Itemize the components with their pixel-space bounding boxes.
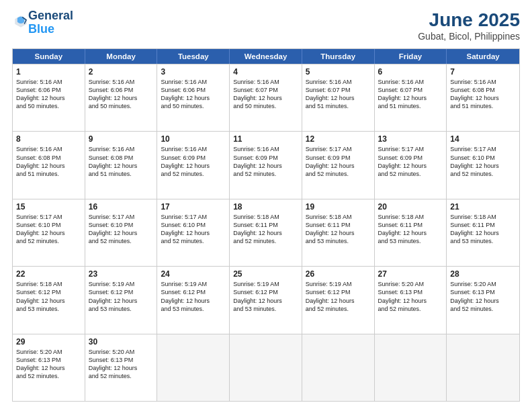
cell-empty-2 xyxy=(230,334,302,401)
cell-15: 15 Sunrise: 5:17 AMSunset: 6:10 PMDaylig… xyxy=(13,199,85,266)
calendar-title: June 2025 xyxy=(418,9,520,31)
week-row-5: 29 Sunrise: 5:20 AMSunset: 6:13 PMDaylig… xyxy=(13,334,519,401)
cell-11: 11 Sunrise: 5:16 AMSunset: 6:09 PMDaylig… xyxy=(230,132,302,198)
cell-22: 22 Sunrise: 5:18 AMSunset: 6:12 PMDaylig… xyxy=(13,267,85,333)
calendar-subtitle: Gubat, Bicol, Philippines xyxy=(418,31,520,42)
cell-18: 18 Sunrise: 5:18 AMSunset: 6:11 PMDaylig… xyxy=(230,199,302,266)
header-wednesday: Wednesday xyxy=(230,49,302,64)
cell-17: 17 Sunrise: 5:17 AMSunset: 6:10 PMDaylig… xyxy=(157,199,230,266)
cell-6: 6 Sunrise: 5:16 AMSunset: 6:07 PMDayligh… xyxy=(375,64,447,131)
header-sunday: Sunday xyxy=(13,49,85,64)
cell-24: 24 Sunrise: 5:19 AMSunset: 6:12 PMDaylig… xyxy=(157,267,230,333)
cell-2: 2 Sunrise: 5:16 AMSunset: 6:06 PMDayligh… xyxy=(85,64,158,131)
calendar-body: 1 Sunrise: 5:16 AMSunset: 6:06 PMDayligh… xyxy=(13,64,519,401)
cell-9: 9 Sunrise: 5:16 AMSunset: 6:08 PMDayligh… xyxy=(85,132,158,198)
calendar: Sunday Monday Tuesday Wednesday Thursday… xyxy=(12,48,520,402)
cell-3: 3 Sunrise: 5:16 AMSunset: 6:06 PMDayligh… xyxy=(157,64,230,131)
cell-5: 5 Sunrise: 5:16 AMSunset: 6:07 PMDayligh… xyxy=(302,64,375,131)
cell-27: 27 Sunrise: 5:20 AMSunset: 6:13 PMDaylig… xyxy=(375,267,447,333)
cell-empty-3 xyxy=(302,334,375,401)
cell-14: 14 Sunrise: 5:17 AMSunset: 6:10 PMDaylig… xyxy=(447,132,519,198)
header-saturday: Saturday xyxy=(447,49,519,64)
cell-20: 20 Sunrise: 5:18 AMSunset: 6:11 PMDaylig… xyxy=(375,199,447,266)
cell-26: 26 Sunrise: 5:19 AMSunset: 6:12 PMDaylig… xyxy=(302,267,375,333)
cell-23: 23 Sunrise: 5:19 AMSunset: 6:12 PMDaylig… xyxy=(85,267,158,333)
cell-19: 19 Sunrise: 5:18 AMSunset: 6:11 PMDaylig… xyxy=(302,199,375,266)
cell-16: 16 Sunrise: 5:17 AMSunset: 6:10 PMDaylig… xyxy=(85,199,158,266)
cell-28: 28 Sunrise: 5:20 AMSunset: 6:13 PMDaylig… xyxy=(447,267,519,333)
cell-10: 10 Sunrise: 5:16 AMSunset: 6:09 PMDaylig… xyxy=(157,132,230,198)
logo: GeneralBlue xyxy=(12,9,73,36)
cell-1: 1 Sunrise: 5:16 AMSunset: 6:06 PMDayligh… xyxy=(13,64,85,131)
cell-8: 8 Sunrise: 5:16 AMSunset: 6:08 PMDayligh… xyxy=(13,132,85,198)
cell-empty-5 xyxy=(447,334,519,401)
cell-21: 21 Sunrise: 5:18 AMSunset: 6:11 PMDaylig… xyxy=(447,199,519,266)
cell-4: 4 Sunrise: 5:16 AMSunset: 6:07 PMDayligh… xyxy=(230,64,302,131)
header-monday: Monday xyxy=(85,49,158,64)
cell-empty-4 xyxy=(375,334,447,401)
week-row-4: 22 Sunrise: 5:18 AMSunset: 6:12 PMDaylig… xyxy=(13,266,519,333)
cell-12: 12 Sunrise: 5:17 AMSunset: 6:09 PMDaylig… xyxy=(302,132,375,198)
header-thursday: Thursday xyxy=(302,49,375,64)
calendar-page: GeneralBlue June 2025 Gubat, Bicol, Phil… xyxy=(0,0,532,411)
calendar-header-row: Sunday Monday Tuesday Wednesday Thursday… xyxy=(13,49,519,64)
week-row-1: 1 Sunrise: 5:16 AMSunset: 6:06 PMDayligh… xyxy=(13,64,519,131)
cell-30: 30 Sunrise: 5:20 AMSunset: 6:13 PMDaylig… xyxy=(85,334,158,401)
cell-13: 13 Sunrise: 5:17 AMSunset: 6:09 PMDaylig… xyxy=(375,132,447,198)
week-row-2: 8 Sunrise: 5:16 AMSunset: 6:08 PMDayligh… xyxy=(13,131,519,198)
logo-icon xyxy=(13,14,28,29)
cell-29: 29 Sunrise: 5:20 AMSunset: 6:13 PMDaylig… xyxy=(13,334,85,401)
title-block: June 2025 Gubat, Bicol, Philippines xyxy=(418,9,520,42)
cell-7: 7 Sunrise: 5:16 AMSunset: 6:08 PMDayligh… xyxy=(447,64,519,131)
header: GeneralBlue June 2025 Gubat, Bicol, Phil… xyxy=(12,9,520,42)
cell-empty-1 xyxy=(157,334,230,401)
header-friday: Friday xyxy=(375,49,447,64)
week-row-3: 15 Sunrise: 5:17 AMSunset: 6:10 PMDaylig… xyxy=(13,199,519,266)
header-tuesday: Tuesday xyxy=(157,49,230,64)
cell-25: 25 Sunrise: 5:19 AMSunset: 6:12 PMDaylig… xyxy=(230,267,302,333)
